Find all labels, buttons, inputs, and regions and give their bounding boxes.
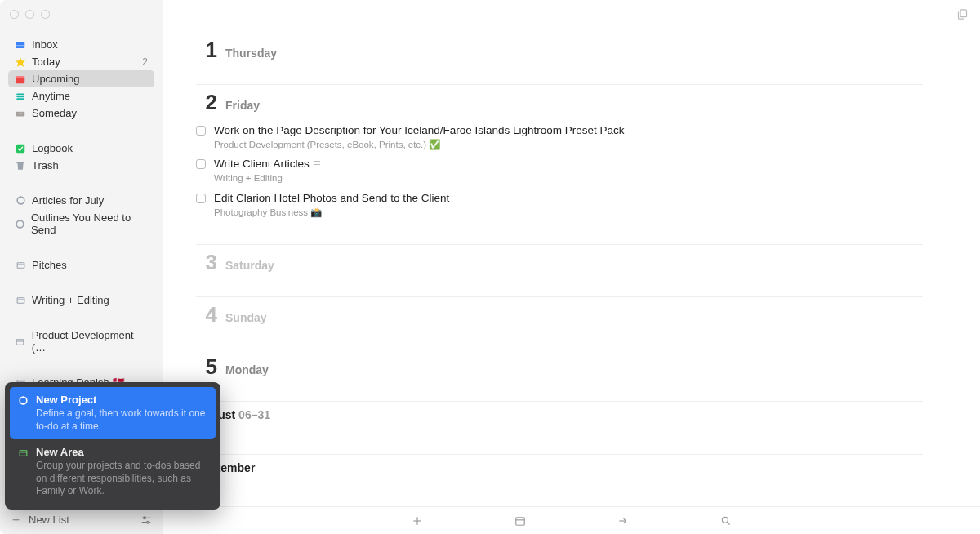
- svg-rect-9: [16, 111, 25, 116]
- svg-rect-16: [17, 298, 24, 304]
- sidebar-item-logbook[interactable]: Logbook: [8, 140, 154, 157]
- day-row: 5Monday: [196, 349, 923, 380]
- box-icon: [15, 295, 26, 306]
- svg-point-31: [20, 397, 27, 404]
- sidebar-item-writing-editing[interactable]: Writing + Editing: [8, 291, 154, 309]
- svg-rect-32: [20, 451, 27, 456]
- day-number: 5: [196, 354, 217, 380]
- day-row: 1Thursday: [196, 33, 923, 63]
- sidebar-item-someday[interactable]: Someday: [8, 105, 154, 122]
- svg-point-23: [147, 521, 149, 523]
- popup-item-new-area[interactable]: New AreaGroup your projects and to-dos b…: [10, 439, 216, 505]
- calendar-icon: [15, 73, 26, 85]
- task-body: Edit Clarion Hotel Photos and Send to th…: [214, 191, 449, 218]
- task-checkbox[interactable]: [196, 126, 206, 136]
- sidebar-item-product-development[interactable]: Product Development (…: [8, 327, 154, 356]
- drawer-icon: [15, 108, 26, 119]
- svg-rect-12: [16, 162, 24, 162]
- popup-item-title: New Area: [36, 446, 207, 458]
- sidebar-item-label: Upcoming: [32, 73, 80, 85]
- share-icon[interactable]: [956, 8, 969, 20]
- popup-item-desc: Define a goal, then work towards it one …: [36, 407, 207, 433]
- stack-icon: [15, 91, 26, 102]
- task-body: Write Client Articles☰Writing + Editing: [214, 157, 321, 184]
- task-project: Product Development (Presets, eBook, Pri…: [214, 139, 625, 151]
- svg-marker-3: [16, 57, 25, 67]
- task-checkbox[interactable]: [196, 159, 206, 169]
- sidebar-item-trash[interactable]: Trash: [8, 157, 154, 174]
- sidebar-item-articles-for-july[interactable]: Articles for July: [8, 192, 154, 209]
- task-row[interactable]: Edit Clarion Hotel Photos and Send to th…: [196, 189, 923, 223]
- task-row[interactable]: Write Client Articles☰Writing + Editing: [196, 155, 923, 189]
- svg-rect-0: [960, 10, 967, 17]
- svg-rect-8: [16, 98, 24, 100]
- zoom-dot[interactable]: [41, 10, 50, 19]
- sidebar-area-pitches: Pitches: [0, 253, 163, 277]
- sidebar-item-anytime[interactable]: Anytime: [8, 87, 154, 105]
- day-number: 3: [196, 250, 217, 275]
- month-row[interactable]: August 06–31: [196, 401, 923, 421]
- sidebar-item-label: Anytime: [32, 90, 70, 102]
- svg-point-29: [722, 517, 728, 523]
- sidebar-area-product: Product Development (…: [0, 323, 163, 359]
- day-row: 2Friday: [196, 84, 923, 115]
- bottom-toolbar: [163, 506, 980, 534]
- task-project: Photography Business 📸: [214, 207, 449, 219]
- box-icon: [15, 336, 26, 347]
- day-name: Monday: [225, 363, 269, 376]
- sidebar-item-label: Logbook: [32, 142, 73, 154]
- sidebar-item-label: Outlines You Need to Send: [31, 211, 148, 236]
- month-row[interactable]: September: [196, 454, 923, 474]
- new-list-popup: New ProjectDefine a goal, then work towa…: [5, 382, 220, 510]
- popup-item-new-project[interactable]: New ProjectDefine a goal, then work towa…: [10, 387, 216, 439]
- task-title: Edit Clarion Hotel Photos and Send to th…: [214, 191, 449, 206]
- task-checkbox[interactable]: [196, 194, 206, 203]
- svg-rect-17: [16, 339, 24, 345]
- inbox-icon: [15, 39, 26, 51]
- svg-rect-15: [17, 263, 24, 269]
- svg-line-30: [728, 522, 730, 524]
- day-name: Friday: [225, 99, 260, 112]
- calendar-icon[interactable]: [514, 514, 527, 527]
- circle-icon: [15, 195, 26, 207]
- sidebar-area-writing: Writing + Editing: [0, 288, 163, 312]
- circle-icon: [18, 395, 29, 433]
- circle-icon: [15, 218, 25, 229]
- popup-item-desc: Group your projects and to-dos based on …: [36, 460, 207, 498]
- close-dot[interactable]: [10, 10, 19, 19]
- svg-rect-11: [16, 144, 25, 153]
- minimize-dot[interactable]: [25, 10, 34, 19]
- main-area: 1Thursday2FridayWork on the Page Descrip…: [163, 0, 980, 534]
- task-list: Work on the Page Description for Your Ic…: [196, 122, 923, 223]
- svg-rect-5: [16, 75, 25, 78]
- new-todo-icon[interactable]: [411, 514, 424, 527]
- day-name: Saturday: [225, 259, 274, 272]
- day-row: 3Saturday: [196, 244, 923, 275]
- sidebar-item-today[interactable]: Today2: [8, 53, 154, 70]
- sidebar-item-label: Product Development (…: [32, 329, 148, 354]
- task-title: Work on the Page Description for Your Ic…: [214, 123, 625, 138]
- window-controls[interactable]: [10, 10, 50, 19]
- sidebar-item-count: 2: [142, 56, 148, 68]
- svg-rect-26: [516, 517, 525, 524]
- svg-point-14: [16, 220, 24, 228]
- checklist-icon: ☰: [313, 159, 321, 169]
- move-icon[interactable]: [617, 514, 630, 527]
- settings-icon[interactable]: [140, 514, 153, 527]
- day-row: 4Sunday: [196, 296, 923, 327]
- sidebar-item-label: Someday: [32, 107, 77, 119]
- sidebar-item-inbox[interactable]: Inbox: [8, 36, 154, 53]
- sidebar-item-outlines-you-need-to-send[interactable]: Outlines You Need to Send: [8, 209, 154, 238]
- task-title: Write Client Articles☰: [214, 157, 321, 171]
- day-number: 2: [196, 90, 217, 115]
- search-icon[interactable]: [719, 514, 733, 527]
- sidebar-item-pitches[interactable]: Pitches: [8, 256, 154, 274]
- new-list-button[interactable]: ＋ New List: [10, 512, 69, 527]
- sidebar-item-label: Writing + Editing: [32, 294, 109, 306]
- trash-icon: [15, 160, 26, 171]
- task-row[interactable]: Work on the Page Description for Your Ic…: [196, 122, 923, 155]
- svg-point-13: [17, 197, 24, 204]
- sidebar-item-upcoming[interactable]: Upcoming: [8, 70, 154, 87]
- sidebar-item-label: Inbox: [32, 38, 58, 51]
- day-number: 4: [196, 302, 217, 327]
